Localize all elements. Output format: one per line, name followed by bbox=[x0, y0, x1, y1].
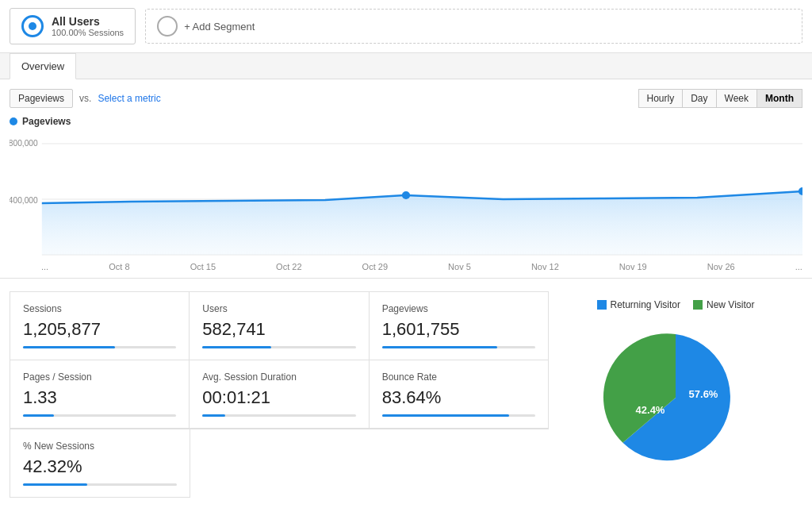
chart-svg: 800,000 400,000 bbox=[10, 132, 802, 259]
x-label: Nov 26 bbox=[707, 262, 735, 271]
hourly-button[interactable]: Hourly bbox=[638, 89, 684, 108]
bounce-rate-value: 83.64% bbox=[382, 387, 535, 408]
chart-x-labels: ... Oct 8 Oct 15 Oct 22 Oct 29 Nov 5 Nov… bbox=[10, 259, 802, 278]
x-label: Oct 15 bbox=[190, 262, 216, 271]
svg-text:800,000: 800,000 bbox=[10, 139, 38, 148]
returning-legend: Returning Visitor bbox=[597, 299, 681, 310]
users-label: Users bbox=[202, 303, 355, 314]
stats-grid-wrapper: Sessions 1,205,877 Users 582,741 Pagevie… bbox=[10, 291, 549, 498]
svg-point-6 bbox=[402, 191, 410, 199]
x-label: Nov 19 bbox=[619, 262, 647, 271]
pageviews-legend-label: Pageviews bbox=[22, 116, 71, 127]
pie-chart: 42.4% 57.6% bbox=[596, 318, 755, 477]
all-users-segment[interactable]: All Users 100.00% Sessions bbox=[10, 8, 136, 44]
stat-bounce-rate: Bounce Rate 83.64% bbox=[370, 360, 549, 429]
add-segment-label: + Add Segment bbox=[184, 21, 255, 33]
stats-grid-top: Sessions 1,205,877 Users 582,741 Pagevie… bbox=[10, 291, 549, 429]
sessions-label: Sessions bbox=[23, 303, 176, 314]
vs-label: vs. bbox=[79, 93, 91, 104]
tab-bar: Overview bbox=[0, 53, 812, 79]
returning-legend-color bbox=[597, 300, 607, 310]
segment-subtitle: 100.00% Sessions bbox=[52, 28, 124, 37]
stat-sessions: Sessions 1,205,877 bbox=[10, 292, 190, 360]
tab-overview[interactable]: Overview bbox=[10, 53, 76, 79]
avg-duration-label: Avg. Session Duration bbox=[202, 371, 355, 383]
pageviews-value: 1,601,755 bbox=[382, 319, 535, 340]
new-sessions-value: 42.32% bbox=[23, 456, 177, 477]
month-button[interactable]: Month bbox=[756, 89, 802, 108]
avg-duration-value: 00:01:21 bbox=[202, 387, 355, 408]
x-label: ... bbox=[795, 262, 802, 271]
svg-text:400,000: 400,000 bbox=[10, 196, 38, 205]
svg-text:57.6%: 57.6% bbox=[689, 388, 718, 400]
chart-controls: Pageviews vs. Select a metric Hourly Day… bbox=[10, 89, 802, 108]
chart-legend: Pageviews bbox=[10, 116, 802, 127]
chart-section: Pageviews vs. Select a metric Hourly Day… bbox=[0, 79, 812, 279]
sessions-value: 1,205,877 bbox=[23, 319, 176, 340]
time-buttons: Hourly Day Week Month bbox=[639, 89, 802, 108]
add-segment-icon bbox=[157, 16, 178, 37]
x-label: Oct 22 bbox=[276, 262, 301, 271]
x-label: ... bbox=[41, 262, 48, 271]
new-sessions-label: % New Sessions bbox=[23, 441, 177, 452]
week-button[interactable]: Week bbox=[716, 89, 757, 108]
bounce-rate-label: Bounce Rate bbox=[382, 371, 535, 383]
stat-pageviews: Pageviews 1,601,755 bbox=[370, 292, 549, 360]
stat-users: Users 582,741 bbox=[190, 292, 369, 360]
new-legend: New Visitor bbox=[693, 299, 754, 310]
stat-pages-session: Pages / Session 1.33 bbox=[10, 360, 190, 429]
add-segment-button[interactable]: + Add Segment bbox=[145, 9, 802, 44]
new-legend-label: New Visitor bbox=[707, 299, 754, 310]
x-label: Oct 8 bbox=[109, 262, 129, 271]
returning-legend-label: Returning Visitor bbox=[611, 299, 681, 310]
pages-session-label: Pages / Session bbox=[23, 371, 176, 383]
pageviews-label: Pageviews bbox=[382, 303, 535, 314]
day-button[interactable]: Day bbox=[682, 89, 716, 108]
segment-title: All Users bbox=[52, 15, 124, 28]
users-value: 582,741 bbox=[202, 319, 355, 340]
pie-svg: 42.4% 57.6% bbox=[596, 318, 755, 477]
stat-avg-duration: Avg. Session Duration 00:01:21 bbox=[190, 360, 369, 429]
pie-legend: Returning Visitor New Visitor bbox=[597, 299, 755, 310]
new-legend-color bbox=[693, 300, 703, 310]
x-label: Nov 5 bbox=[448, 262, 471, 271]
stat-new-sessions: % New Sessions 42.32% bbox=[10, 429, 190, 497]
stats-section: Sessions 1,205,877 Users 582,741 Pagevie… bbox=[0, 279, 812, 498]
pageviews-legend-dot bbox=[10, 117, 17, 125]
segment-icon bbox=[21, 15, 44, 37]
x-label: Oct 29 bbox=[362, 262, 388, 271]
pages-session-value: 1.33 bbox=[23, 387, 176, 408]
x-label: Nov 12 bbox=[531, 262, 559, 271]
pie-chart-section: Returning Visitor New Visitor bbox=[549, 291, 802, 498]
chart-area: 800,000 400,000 bbox=[10, 132, 802, 259]
select-metric-link[interactable]: Select a metric bbox=[98, 93, 160, 104]
pageviews-metric-button[interactable]: Pageviews bbox=[10, 89, 73, 108]
svg-text:42.4%: 42.4% bbox=[636, 404, 665, 416]
top-bar: All Users 100.00% Sessions + Add Segment bbox=[0, 0, 812, 53]
